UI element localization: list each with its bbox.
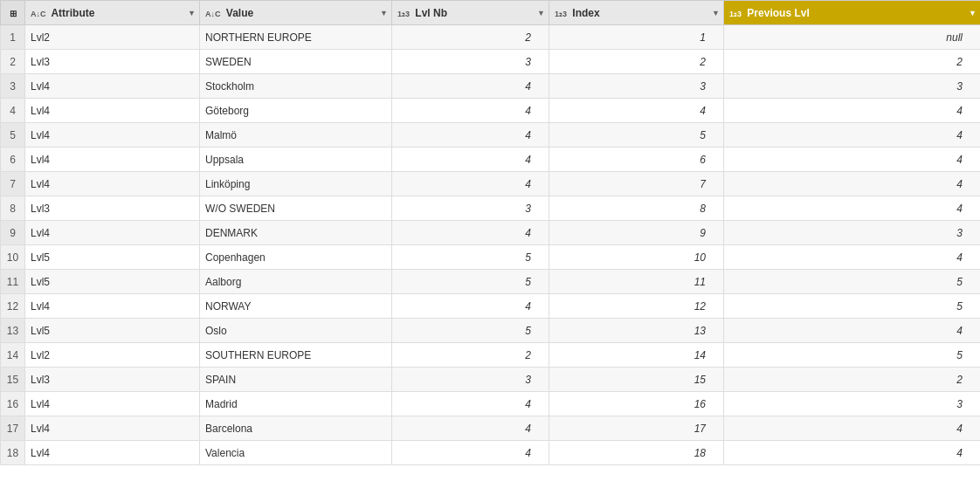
lvlnb-cell: 4 (392, 148, 549, 172)
attribute-cell: Lvl4 (25, 148, 200, 172)
value-header-label: Value (226, 7, 253, 19)
table-row: 11Lvl5Aalborg5115 (1, 270, 981, 294)
value-cell: NORWAY (200, 294, 392, 319)
lvlnb-cell: 4 (392, 221, 549, 245)
table-row: 18Lvl4Valencia4184 (1, 441, 981, 465)
row-number-cell: 6 (1, 148, 25, 172)
lvlnb-cell: 4 (392, 74, 549, 99)
row-number-cell: 1 (1, 25, 25, 50)
table-row: 10Lvl5Copenhagen5104 (1, 245, 981, 270)
row-number-cell: 8 (1, 196, 25, 221)
lvlnb-column-header[interactable]: 1₂3 Lvl Nb ▼ (392, 1, 549, 25)
table-row: 6Lvl4Uppsala464 (1, 148, 981, 172)
value-cell: W/O SWEDEN (200, 196, 392, 221)
attribute-cell: Lvl2 (25, 343, 200, 368)
attribute-cell: Lvl4 (25, 123, 200, 148)
row-number-cell: 14 (1, 343, 25, 368)
prevlvl-cell: 2 (724, 368, 981, 392)
index-cell: 13 (549, 319, 724, 343)
value-dropdown-icon[interactable]: ▼ (380, 9, 388, 17)
row-number-cell: 17 (1, 416, 25, 441)
index-cell: 10 (549, 245, 724, 270)
abc-icon: A↓C (31, 10, 46, 18)
prevlvl-cell: 5 (724, 270, 981, 294)
lvlnb-cell: 5 (392, 245, 549, 270)
table-row: 14Lvl2SOUTHERN EUROPE2145 (1, 343, 981, 368)
lvlnb-header-label: Lvl Nb (415, 7, 447, 19)
data-table: ⊞ A↓C Attribute ▼ A↓C Value ▼ 1₂3 Lvl Nb… (0, 0, 980, 495)
attribute-cell: Lvl4 (25, 441, 200, 465)
attribute-cell: Lvl5 (25, 245, 200, 270)
index-cell: 5 (549, 123, 724, 148)
attribute-column-header[interactable]: A↓C Attribute ▼ (25, 1, 200, 25)
lvlnb-cell: 5 (392, 319, 549, 343)
attribute-cell: Lvl3 (25, 368, 200, 392)
table-row: 2Lvl3SWEDEN322 (1, 50, 981, 74)
attribute-cell: Lvl4 (25, 416, 200, 441)
row-number-cell: 15 (1, 368, 25, 392)
value-cell: Göteborg (200, 99, 392, 123)
prevlvl-column-header[interactable]: 1₂3 Previous Lvl ▼ (724, 1, 981, 25)
row-number-cell: 2 (1, 50, 25, 74)
value-column-header[interactable]: A↓C Value ▼ (200, 1, 392, 25)
table-row: 16Lvl4Madrid4163 (1, 392, 981, 416)
row-number-cell: 7 (1, 172, 25, 196)
prevlvl-cell: 3 (724, 74, 981, 99)
index-cell: 11 (549, 270, 724, 294)
prevlvl-cell: 3 (724, 392, 981, 416)
table-row: 12Lvl4NORWAY4125 (1, 294, 981, 319)
attribute-dropdown-icon[interactable]: ▼ (188, 9, 196, 17)
lvlnb-cell: 3 (392, 368, 549, 392)
row-number-cell: 9 (1, 221, 25, 245)
lvlnb-cell: 3 (392, 196, 549, 221)
table-row: 1Lvl2NORTHERN EUROPE21null (1, 25, 981, 50)
index-column-header[interactable]: 1₂3 Index ▼ (549, 1, 724, 25)
attribute-header-label: Attribute (51, 7, 94, 19)
lvlnb-cell: 5 (392, 270, 549, 294)
value-cell: Oslo (200, 319, 392, 343)
row-number-cell: 18 (1, 441, 25, 465)
table-row: 8Lvl3W/O SWEDEN384 (1, 196, 981, 221)
lvlnb-cell: 4 (392, 416, 549, 441)
value-cell: SPAIN (200, 368, 392, 392)
index-cell: 6 (549, 148, 724, 172)
lvlnb-cell: 4 (392, 294, 549, 319)
index-cell: 2 (549, 50, 724, 74)
attribute-cell: Lvl2 (25, 25, 200, 50)
attribute-cell: Lvl4 (25, 172, 200, 196)
table-row: 17Lvl4Barcelona4174 (1, 416, 981, 441)
value-cell: Barcelona (200, 416, 392, 441)
row-number-cell: 5 (1, 123, 25, 148)
prevlvl-cell: 4 (724, 99, 981, 123)
row-number-cell: 10 (1, 245, 25, 270)
index-cell: 12 (549, 294, 724, 319)
value-cell: NORTHERN EUROPE (200, 25, 392, 50)
table-body: 1Lvl2NORTHERN EUROPE21null2Lvl3SWEDEN322… (1, 25, 981, 465)
grid-icon: ⊞ (10, 9, 17, 18)
lvlnb-cell: 3 (392, 50, 549, 74)
prevlvl-dropdown-icon[interactable]: ▼ (969, 9, 977, 17)
attribute-cell: Lvl3 (25, 50, 200, 74)
table-row: 9Lvl4DENMARK493 (1, 221, 981, 245)
index-cell: 4 (549, 99, 724, 123)
row-number-header: ⊞ (1, 1, 25, 25)
row-number-cell: 4 (1, 99, 25, 123)
index-dropdown-icon[interactable]: ▼ (712, 9, 720, 17)
attribute-cell: Lvl5 (25, 270, 200, 294)
prevlvl-cell: 4 (724, 148, 981, 172)
value-cell: Linköping (200, 172, 392, 196)
value-cell: Copenhagen (200, 245, 392, 270)
index-cell: 7 (549, 172, 724, 196)
table-row: 13Lvl5Oslo5134 (1, 319, 981, 343)
table-row: 4Lvl4Göteborg444 (1, 99, 981, 123)
attribute-cell: Lvl4 (25, 392, 200, 416)
lvlnb-cell: 4 (392, 99, 549, 123)
lvlnb-dropdown-icon[interactable]: ▼ (537, 9, 545, 17)
row-number-cell: 16 (1, 392, 25, 416)
prevlvl-cell: 2 (724, 50, 981, 74)
index-cell: 16 (549, 392, 724, 416)
index-cell: 15 (549, 368, 724, 392)
attribute-cell: Lvl4 (25, 99, 200, 123)
table-row: 5Lvl4Malmö454 (1, 123, 981, 148)
value-cell: DENMARK (200, 221, 392, 245)
